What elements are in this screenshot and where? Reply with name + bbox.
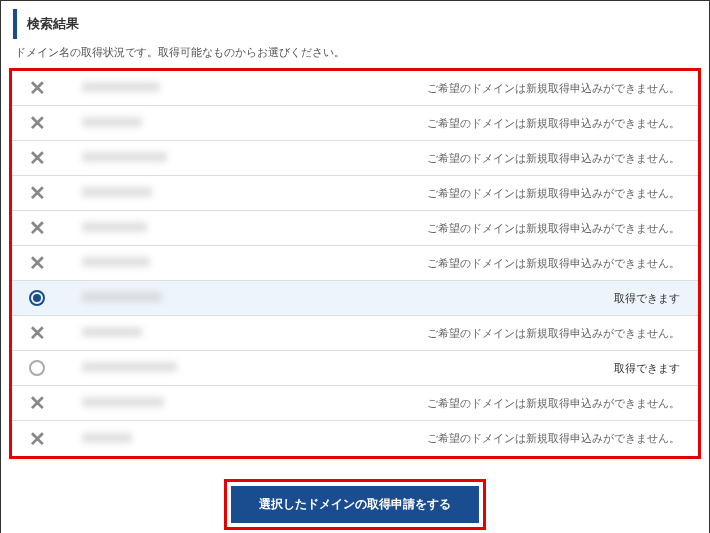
- domain-row[interactable]: 取得できます: [12, 281, 698, 316]
- page-subtitle: ドメイン名の取得状況です。取得可能なものからお選びください。: [1, 45, 709, 68]
- domain-name-redacted: [82, 327, 142, 337]
- domain-name-cell: [62, 361, 242, 375]
- domain-name-redacted: [82, 397, 164, 407]
- unavailable-x-icon: ✕: [29, 218, 46, 238]
- status-unavailable-label: ご希望のドメインは新規取得申込みができません。: [242, 256, 698, 271]
- domain-row: ✕ご希望のドメインは新規取得申込みができません。: [12, 141, 698, 176]
- page-title: 検索結果: [13, 9, 697, 39]
- domain-name-redacted: [82, 117, 142, 127]
- button-highlight-box: 選択したドメインの取得申請をする: [224, 479, 486, 530]
- domain-name-redacted: [82, 257, 150, 267]
- domain-row: ✕ご希望のドメインは新規取得申込みができません。: [12, 176, 698, 211]
- radio-unselected-icon[interactable]: [29, 360, 45, 376]
- domain-name-cell: [62, 151, 242, 165]
- results-highlight-box: ✕ご希望のドメインは新規取得申込みができません。✕ご希望のドメインは新規取得申込…: [9, 68, 701, 459]
- status-unavailable-label: ご希望のドメインは新規取得申込みができません。: [242, 81, 698, 96]
- domain-row: ✕ご希望のドメインは新規取得申込みができません。: [12, 106, 698, 141]
- domain-name-redacted: [82, 362, 177, 372]
- domain-name-cell: [62, 221, 242, 235]
- domain-name-cell: [62, 432, 242, 446]
- domain-name-cell: [62, 256, 242, 270]
- domain-name-cell: [62, 291, 242, 305]
- domain-row: ✕ご希望のドメインは新規取得申込みができません。: [12, 316, 698, 351]
- domain-name-redacted: [82, 292, 162, 302]
- status-available-label: 取得できます: [242, 291, 698, 306]
- domain-row: ✕ご希望のドメインは新規取得申込みができません。: [12, 211, 698, 246]
- domain-row: ✕ご希望のドメインは新規取得申込みができません。: [12, 246, 698, 281]
- status-unavailable-label: ご希望のドメインは新規取得申込みができません。: [242, 326, 698, 341]
- status-unavailable-label: ご希望のドメインは新規取得申込みができません。: [242, 396, 698, 411]
- status-unavailable-label: ご希望のドメインは新規取得申込みができません。: [242, 431, 698, 446]
- unavailable-x-icon: ✕: [29, 78, 46, 98]
- unavailable-x-icon: ✕: [29, 253, 46, 273]
- submit-area: 選択したドメインの取得申請をする: [1, 467, 709, 533]
- status-unavailable-label: ご希望のドメインは新規取得申込みができません。: [242, 186, 698, 201]
- domain-name-redacted: [82, 187, 152, 197]
- domain-name-redacted: [82, 152, 167, 162]
- domain-name-redacted: [82, 433, 132, 443]
- unavailable-x-icon: ✕: [29, 148, 46, 168]
- unavailable-x-icon: ✕: [29, 113, 46, 133]
- radio-selected-icon[interactable]: [29, 290, 45, 306]
- domain-row[interactable]: 取得できます: [12, 351, 698, 386]
- domain-name-cell: [62, 116, 242, 130]
- submit-button[interactable]: 選択したドメインの取得申請をする: [231, 486, 479, 523]
- status-unavailable-label: ご希望のドメインは新規取得申込みができません。: [242, 116, 698, 131]
- domain-row: ✕ご希望のドメインは新規取得申込みができません。: [12, 386, 698, 421]
- domain-name-cell: [62, 186, 242, 200]
- domain-name-redacted: [82, 82, 160, 92]
- unavailable-x-icon: ✕: [29, 393, 46, 413]
- domain-row: ✕ご希望のドメインは新規取得申込みができません。: [12, 421, 698, 456]
- domain-name-cell: [62, 326, 242, 340]
- unavailable-x-icon: ✕: [29, 429, 46, 449]
- unavailable-x-icon: ✕: [29, 323, 46, 343]
- domain-row: ✕ご希望のドメインは新規取得申込みができません。: [12, 71, 698, 106]
- status-available-label: 取得できます: [242, 361, 698, 376]
- status-unavailable-label: ご希望のドメインは新規取得申込みができません。: [242, 151, 698, 166]
- domain-name-cell: [62, 81, 242, 95]
- unavailable-x-icon: ✕: [29, 183, 46, 203]
- status-unavailable-label: ご希望のドメインは新規取得申込みができません。: [242, 221, 698, 236]
- domain-name-cell: [62, 396, 242, 410]
- domain-name-redacted: [82, 222, 147, 232]
- main-container: 検索結果 ドメイン名の取得状況です。取得可能なものからお選びください。 ✕ご希望…: [0, 0, 710, 533]
- domain-results-table: ✕ご希望のドメインは新規取得申込みができません。✕ご希望のドメインは新規取得申込…: [12, 71, 698, 456]
